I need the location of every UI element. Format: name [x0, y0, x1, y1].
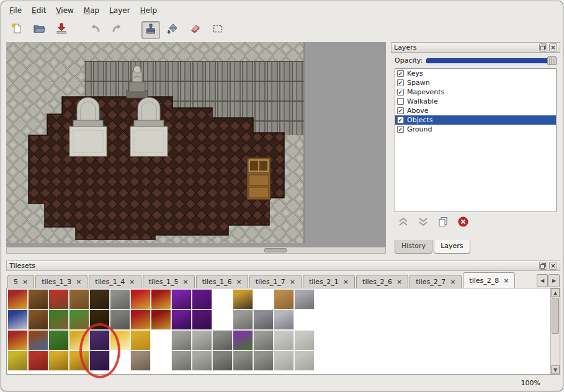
tileset-tile[interactable]: [69, 330, 89, 350]
tileset-tile[interactable]: [89, 330, 110, 350]
tileset-tile[interactable]: [110, 289, 130, 310]
tileset-tile[interactable]: [48, 350, 69, 371]
delete-layer-button[interactable]: [458, 216, 468, 229]
tileset-tile[interactable]: [192, 330, 212, 350]
tileset-tile[interactable]: [7, 330, 28, 350]
tileset-tile[interactable]: [151, 350, 171, 371]
menu-file[interactable]: File: [4, 4, 27, 17]
tileset-tab-tiles_2_8[interactable]: tiles_2_8×: [463, 272, 515, 288]
tileset-tile[interactable]: [315, 330, 335, 350]
tileset-tile[interactable]: [274, 289, 294, 310]
tileset-tile[interactable]: [171, 289, 192, 310]
tileset-tile[interactable]: [130, 289, 151, 310]
tileset-tab-tiles_2_1[interactable]: tiles_2_1×: [303, 275, 355, 288]
tileset-tile[interactable]: [7, 289, 28, 310]
opacity-slider[interactable]: [426, 58, 557, 63]
close-icon[interactable]: ×: [549, 43, 557, 51]
menu-view[interactable]: View: [51, 4, 78, 17]
tileset-tile[interactable]: [48, 330, 69, 350]
eraser-tool-button[interactable]: [186, 21, 205, 39]
tileset-tile[interactable]: [130, 350, 151, 371]
raise-layer-button[interactable]: [398, 217, 408, 229]
scrollbar-thumb[interactable]: [264, 248, 287, 252]
scroll-left-icon[interactable]: ◀: [537, 274, 548, 287]
tileset-tile[interactable]: [274, 350, 294, 371]
scroll-right-icon[interactable]: ▶: [548, 274, 560, 287]
tileset-tile[interactable]: [253, 330, 274, 350]
layer-row-walkable[interactable]: Walkable: [395, 97, 556, 106]
duplicate-layer-button[interactable]: [438, 216, 448, 229]
layer-visibility-checkbox[interactable]: ✓: [397, 117, 404, 123]
save-button[interactable]: [52, 21, 71, 39]
scrollbar-thumb[interactable]: [552, 298, 559, 334]
tileset-tile[interactable]: [151, 330, 171, 350]
tileset-tile[interactable]: [253, 289, 274, 310]
layer-row-keys[interactable]: ✓Keys: [395, 69, 556, 78]
tileset-tile[interactable]: [69, 350, 89, 371]
tileset-tab-tiles_1_3[interactable]: tiles_1_3×: [35, 275, 87, 288]
tab-close-icon[interactable]: ×: [290, 278, 295, 286]
tab-close-icon[interactable]: ×: [22, 278, 28, 286]
tab-close-icon[interactable]: ×: [236, 278, 242, 286]
tileset-tile[interactable]: [110, 350, 130, 371]
tileset-tile[interactable]: [171, 310, 192, 330]
tileset-tile[interactable]: [110, 310, 130, 330]
tileset-tile[interactable]: [315, 289, 335, 310]
tileset-tab-tiles_1_6[interactable]: tiles_1_6×: [196, 275, 248, 288]
detach-icon[interactable]: [539, 262, 547, 270]
tileset-tile[interactable]: [315, 310, 335, 330]
lower-layer-button[interactable]: [418, 217, 428, 229]
tab-close-icon[interactable]: ×: [182, 278, 188, 286]
redo-button[interactable]: [108, 21, 127, 39]
layer-row-above[interactable]: ✓Above: [395, 106, 556, 115]
tileset-tile[interactable]: [233, 289, 253, 310]
panel-tab-history[interactable]: History: [395, 240, 432, 254]
tileset-tile[interactable]: [253, 310, 274, 330]
tileset-tile[interactable]: [151, 289, 171, 310]
tileset-tile[interactable]: [89, 350, 110, 371]
tileset-tile[interactable]: [7, 350, 28, 371]
menu-edit[interactable]: Edit: [27, 4, 51, 17]
tileset-tile[interactable]: [192, 310, 212, 330]
undo-button[interactable]: [86, 21, 104, 39]
tileset-tile[interactable]: [69, 310, 89, 330]
layer-row-objects[interactable]: ✓Objects: [395, 115, 556, 125]
menu-layer[interactable]: Layer: [104, 4, 135, 17]
stamp-tool-button[interactable]: [141, 21, 160, 39]
tileset-tile[interactable]: [192, 350, 212, 371]
tileset-tile[interactable]: [171, 350, 192, 371]
new-file-button[interactable]: [7, 21, 26, 39]
close-icon[interactable]: ×: [549, 262, 557, 270]
tileset-tile[interactable]: [253, 350, 274, 371]
tileset-tab-tiles_1_7[interactable]: tiles_1_7×: [249, 275, 302, 288]
tileset-tile[interactable]: [110, 330, 130, 350]
tileset-tab-tiles_2_7[interactable]: tiles_2_7×: [410, 275, 462, 288]
tileset-tile[interactable]: [233, 350, 253, 371]
tab-close-icon[interactable]: ×: [450, 278, 455, 286]
menu-help[interactable]: Help: [135, 4, 162, 17]
tileset-tab-tiles_2_6[interactable]: tiles_2_6×: [356, 275, 408, 288]
tileset-tile[interactable]: [89, 310, 110, 330]
tileset-tile[interactable]: [233, 310, 253, 330]
tileset-tile[interactable]: [130, 310, 151, 330]
tileset-tile[interactable]: [274, 310, 294, 330]
tileset-tile[interactable]: [171, 330, 192, 350]
tileset-tile[interactable]: [294, 330, 315, 350]
map-horizontal-scrollbar[interactable]: [6, 247, 386, 254]
detach-icon[interactable]: [539, 43, 547, 51]
layer-visibility-checkbox[interactable]: [397, 98, 404, 105]
tab-close-icon[interactable]: ×: [503, 277, 509, 285]
tileset-tab-5[interactable]: 5×: [7, 275, 34, 288]
fill-tool-button[interactable]: [164, 21, 182, 39]
tab-close-icon[interactable]: ×: [129, 278, 135, 286]
scroll-up-icon[interactable]: ▲: [551, 288, 560, 297]
tileset-tile[interactable]: [28, 289, 48, 310]
tileset-tile[interactable]: [294, 350, 315, 371]
layer-visibility-checkbox[interactable]: ✓: [397, 89, 404, 96]
tileset-tile[interactable]: [48, 310, 69, 330]
tileset-tile[interactable]: [212, 289, 233, 310]
tileset-tile[interactable]: [192, 289, 212, 310]
scroll-down-icon[interactable]: ▼: [551, 365, 560, 374]
tileset-tile[interactable]: [212, 330, 233, 350]
tileset-tile[interactable]: [7, 310, 28, 330]
